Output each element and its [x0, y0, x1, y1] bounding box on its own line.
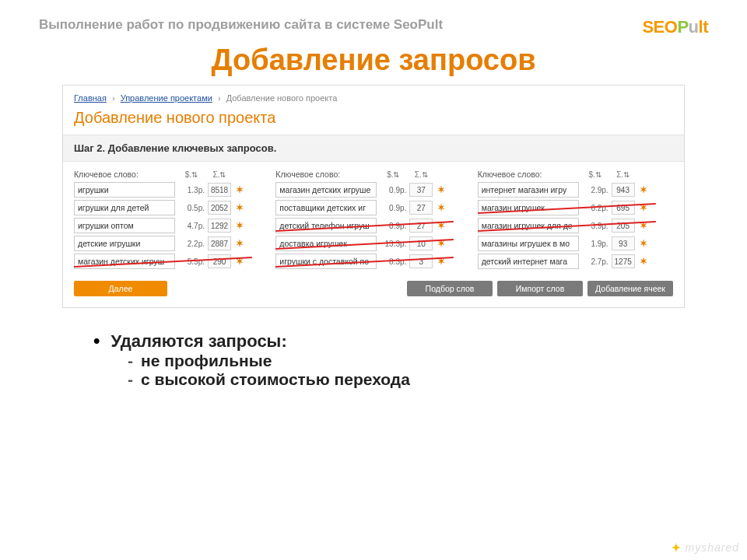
delete-icon[interactable]: ✶: [234, 256, 245, 267]
pick-words-button[interactable]: Подбор слов: [407, 281, 493, 296]
breadcrumb: Главная › Управление проектами › Добавле…: [63, 86, 684, 107]
bullet-section: Удаляются запросы: не профильные с высок…: [39, 308, 708, 389]
keyword-price: 13.3р.: [380, 240, 406, 248]
step-header: Шаг 2. Добавление ключевых запросов.: [63, 135, 684, 162]
keyword-count: 27: [409, 219, 433, 233]
keyword-input[interactable]: [275, 182, 377, 198]
keyword-row: 3.9р.205✶: [478, 218, 673, 233]
breadcrumb-current: Добавление нового проекта: [226, 93, 338, 103]
bullet-item: с высокой стоимостью перехода: [128, 370, 677, 389]
metric-price-header: $.⇅: [582, 170, 608, 179]
keyword-row: 0.5р.2052✶: [74, 200, 269, 215]
add-cells-button[interactable]: Добавление ячеек: [587, 281, 673, 296]
keyword-price: 2.2р.: [178, 240, 205, 248]
keyword-count: 290: [208, 254, 231, 268]
keyword-row: 4.7р.1292✶: [74, 218, 269, 233]
keyword-count: 2052: [208, 201, 231, 215]
keyword-count: 2887: [208, 236, 231, 250]
keyword-column-label: Ключевое слово:: [478, 170, 579, 179]
keyword-input[interactable]: [275, 254, 377, 269]
keyword-row: 2.2р.2887✶: [74, 236, 269, 251]
delete-icon[interactable]: ✶: [436, 202, 447, 213]
keyword-input[interactable]: [74, 182, 175, 198]
keyword-price: 6.2р.: [582, 204, 608, 212]
keyword-row: 0.9р.27✶: [275, 200, 471, 215]
keyword-row: 6.2р.695✶: [478, 200, 673, 215]
import-words-button[interactable]: Импорт слов: [497, 281, 583, 296]
metric-count-header: Σ.⇅: [409, 170, 433, 179]
keyword-column-label: Ключевое слово:: [275, 170, 377, 179]
keyword-price: 0.5р.: [178, 204, 205, 212]
keyword-input[interactable]: [74, 218, 175, 233]
keyword-price: 2.9р.: [582, 186, 608, 194]
delete-icon[interactable]: ✶: [638, 220, 649, 231]
keyword-input[interactable]: [478, 200, 579, 215]
keyword-input[interactable]: [478, 254, 579, 269]
keyword-price: 0.9р.: [380, 204, 406, 212]
delete-icon[interactable]: ✶: [234, 202, 245, 213]
next-button[interactable]: Далее: [74, 281, 167, 296]
keyword-column-label: Ключевое слово:: [74, 170, 175, 179]
keyword-price: 2.7р.: [582, 257, 608, 266]
keyword-price: 1.9р.: [582, 240, 608, 248]
keyword-input[interactable]: [478, 236, 579, 251]
keyword-row: 8.3р.3✶: [275, 254, 471, 269]
metric-price-header: $.⇅: [178, 170, 205, 179]
delete-icon[interactable]: ✶: [638, 238, 649, 249]
breadcrumb-home[interactable]: Главная: [74, 93, 107, 103]
keyword-row: 2.9р.943✶: [478, 182, 673, 198]
keyword-input[interactable]: [275, 218, 377, 233]
keyword-price: 0.9р.: [380, 186, 406, 194]
app-screenshot: Главная › Управление проектами › Добавле…: [62, 85, 685, 308]
keyword-row: 5.5р.290✶: [74, 254, 269, 269]
keyword-count: 27: [409, 201, 433, 215]
breadcrumb-projects[interactable]: Управление проектами: [121, 93, 212, 103]
keyword-input[interactable]: [74, 254, 175, 269]
metric-count-header: Σ.⇅: [612, 170, 635, 179]
keyword-price: 4.7р.: [178, 222, 205, 230]
slide-subtitle: Выполнение работ по продвижению сайта в …: [39, 17, 443, 33]
project-title: Добавление нового проекта: [63, 107, 684, 135]
keyword-row: 0.9р.27✶: [275, 218, 471, 233]
delete-icon[interactable]: ✶: [234, 220, 245, 231]
keyword-count: 3: [409, 254, 433, 268]
delete-icon[interactable]: ✶: [234, 238, 245, 249]
delete-icon[interactable]: ✶: [436, 184, 447, 195]
keyword-input[interactable]: [478, 218, 579, 233]
keyword-input[interactable]: [74, 200, 175, 215]
keyword-row: 2.7р.1275✶: [478, 254, 673, 269]
keyword-price: 3.9р.: [582, 222, 608, 230]
keyword-row: 1.3р.8518✶: [74, 182, 269, 198]
keyword-count: 943: [612, 183, 635, 197]
bullet-item: не профильные: [128, 352, 677, 370]
delete-icon[interactable]: ✶: [436, 220, 447, 231]
delete-icon[interactable]: ✶: [638, 202, 649, 213]
delete-icon[interactable]: ✶: [638, 184, 649, 195]
delete-icon[interactable]: ✶: [436, 256, 447, 267]
metric-price-header: $.⇅: [380, 170, 406, 179]
keyword-input[interactable]: [275, 200, 377, 215]
keyword-count: 37: [409, 183, 433, 197]
keyword-row: 0.9р.37✶: [275, 182, 471, 198]
keyword-count: 8518: [208, 183, 231, 197]
keyword-count: 93: [612, 236, 635, 250]
keyword-price: 0.9р.: [380, 222, 406, 230]
delete-icon[interactable]: ✶: [436, 238, 447, 249]
keyword-input[interactable]: [275, 236, 377, 251]
keyword-input[interactable]: [74, 236, 175, 251]
keyword-price: 1.3р.: [178, 186, 205, 194]
keyword-count: 1292: [208, 219, 231, 233]
slide-title: Добавление запросов: [39, 44, 708, 77]
keyword-count: 695: [612, 201, 635, 215]
keyword-input[interactable]: [478, 182, 579, 198]
keyword-row: 13.3р.10✶: [275, 236, 471, 251]
keyword-price: 5.5р.: [178, 257, 205, 266]
keyword-count: 1275: [612, 254, 635, 268]
delete-icon[interactable]: ✶: [638, 256, 649, 267]
watermark: ✦ myshared: [672, 541, 739, 554]
delete-icon[interactable]: ✶: [234, 184, 245, 195]
seopult-logo: SEOPult: [642, 17, 708, 37]
keyword-count: 10: [409, 236, 433, 250]
keyword-row: 1.9р.93✶: [478, 236, 673, 251]
metric-count-header: Σ.⇅: [208, 170, 231, 179]
